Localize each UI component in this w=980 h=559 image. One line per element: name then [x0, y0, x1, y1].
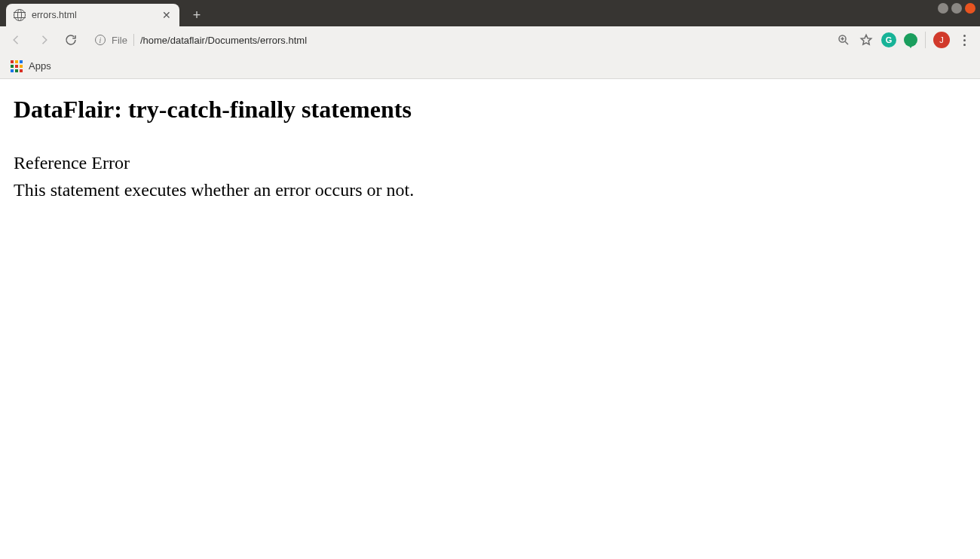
globe-icon	[14, 9, 26, 21]
url-scheme: File	[112, 35, 127, 46]
svg-line-1	[845, 41, 848, 44]
close-tab-button[interactable]: ✕	[161, 10, 172, 20]
apps-icon	[11, 60, 23, 72]
grammarly-letter: G	[886, 35, 893, 44]
apps-bookmark[interactable]: Apps	[29, 60, 51, 72]
page-content: DataFlair: try-catch-finally statements …	[0, 79, 980, 220]
chat-extension-icon[interactable]	[904, 33, 917, 47]
toolbar-separator	[925, 32, 926, 48]
reload-button[interactable]	[60, 29, 81, 50]
address-bar[interactable]: i File /home/dataflair/Documents/errors.…	[87, 29, 830, 50]
info-icon: i	[95, 35, 106, 45]
bookmarks-bar: Apps	[0, 53, 980, 79]
page-line-2: This statement executes whether an error…	[14, 176, 966, 203]
grammarly-extension-icon[interactable]: G	[881, 32, 896, 47]
browser-menu-button[interactable]	[957, 35, 971, 46]
browser-tab[interactable]: errors.html ✕	[6, 4, 179, 26]
tab-strip: errors.html ✕ +	[0, 0, 980, 26]
profile-avatar-button[interactable]: J	[933, 32, 950, 48]
window-maximize-button[interactable]	[951, 3, 962, 14]
forward-button[interactable]	[33, 29, 54, 50]
avatar-letter: J	[939, 35, 944, 44]
bookmark-star-button[interactable]	[859, 32, 874, 47]
window-controls	[938, 3, 975, 14]
window-minimize-button[interactable]	[938, 3, 948, 14]
window-close-button[interactable]	[965, 3, 975, 14]
back-button[interactable]	[6, 29, 27, 50]
reload-icon	[64, 33, 78, 47]
url-path: /home/dataflair/Documents/errors.html	[140, 35, 307, 46]
new-tab-button[interactable]: +	[187, 5, 207, 25]
arrow-right-icon	[37, 33, 51, 47]
url-separator	[133, 34, 134, 46]
arrow-left-icon	[10, 33, 23, 47]
page-line-1: Reference Error	[14, 149, 966, 176]
star-icon	[859, 33, 873, 47]
page-heading: DataFlair: try-catch-finally statements	[14, 96, 966, 124]
zoom-button[interactable]	[836, 32, 851, 47]
zoom-icon	[837, 33, 850, 47]
toolbar-right-actions: G J	[836, 32, 974, 48]
browser-toolbar: i File /home/dataflair/Documents/errors.…	[0, 26, 980, 53]
tab-title: errors.html	[32, 10, 77, 20]
